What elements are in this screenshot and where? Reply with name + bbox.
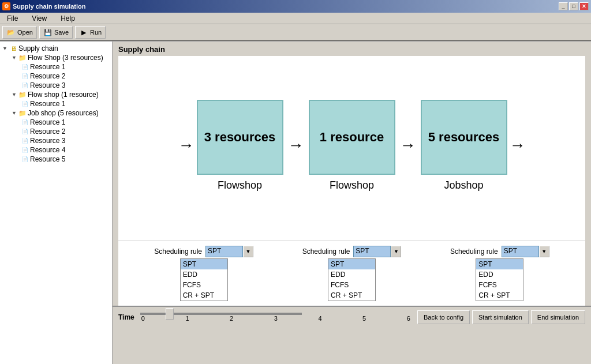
sched-group-2: Scheduling rule SPT ▼ SPT EDD FCFS CR + … [450,246,549,301]
menu-view[interactable]: View [27,13,51,24]
sidebar-item-label: Resource 1 [30,63,65,71]
sidebar-item-g2-r1[interactable]: 📄 Resource 2 [0,127,112,136]
sched-opt-fcfs-0[interactable]: FCFS [181,280,227,290]
expand-icon: ▼ [2,46,8,51]
folder-icon: 📁 [18,91,27,99]
arrow-1: → [283,136,309,155]
file-icon: 📄 [21,137,29,145]
shop-0[interactable]: 3 resources Flowshop [197,100,283,192]
sched-dropdown-1[interactable]: SPT ▼ [353,246,401,257]
sched-arrow-1[interactable]: ▼ [391,246,401,257]
shop-2-box: 5 resources [421,100,507,175]
sidebar-item-g2-r4[interactable]: 📄 Resource 5 [0,155,112,164]
window-title: Supply chain simulation [13,3,86,10]
sched-opt-crspt-1[interactable]: CR + SPT [328,290,375,301]
sched-group-1: Scheduling rule SPT ▼ SPT EDD FCFS CR + … [302,246,402,301]
maximize-button[interactable]: □ [569,2,578,10]
sched-arrow-2[interactable]: ▼ [539,246,549,257]
save-button[interactable]: 💾 Save [39,26,73,39]
sched-dropdown-2[interactable]: SPT ▼ [502,246,549,257]
file-icon: 📄 [21,155,29,163]
app-icon: ⚙ [2,2,10,10]
sched-options-1: SPT EDD FCFS CR + SPT [328,258,376,301]
folder-icon: 📁 [18,109,27,117]
diagram-area: → 3 resources Flowshop → 1 resource [118,56,585,241]
save-icon: 💾 [43,28,53,37]
sched-options-2: SPT EDD FCFS CR + SPT [476,258,523,301]
sidebar-item-label: Resource 4 [30,146,65,154]
time-label: Time [118,313,134,321]
expand-icon: ▼ [12,55,17,61]
menu-bar: File View Help [0,13,591,24]
sched-opt-edd-0[interactable]: EDD [181,269,227,280]
bottom-bar: Time 0 1 2 3 4 5 6 Back to config Start … [113,306,591,328]
sidebar-item-g2-r2[interactable]: 📄 Resource 3 [0,136,112,145]
sidebar-item-g0-r0[interactable]: 📄 Resource 1 [0,62,112,72]
minimize-button[interactable]: _ [559,2,568,10]
sched-opt-fcfs-1[interactable]: FCFS [328,280,375,290]
sidebar-item-label: Resource 5 [30,155,65,163]
main-container: ▼ 🖥 Supply chain ▼ 📁 Flow Shop (3 resour… [0,42,591,364]
file-icon: 📄 [21,81,29,89]
sched-label-1: Scheduling rule [302,247,350,256]
shop-1[interactable]: 1 resource Flowshop [309,100,395,192]
sched-value-1[interactable]: SPT [353,246,391,257]
close-button[interactable]: ✕ [579,2,589,10]
sidebar-group-0[interactable]: ▼ 📁 Flow Shop (3 resources) [0,53,112,62]
sched-opt-spt-2[interactable]: SPT [476,259,523,269]
sidebar-item-label: Resource 3 [30,81,65,89]
sidebar-item-g1-r0[interactable]: 📄 Resource 1 [0,99,112,108]
menu-help[interactable]: Help [56,13,80,24]
menu-file[interactable]: File [2,13,23,24]
shop-2[interactable]: 5 resources Jobshop [421,100,507,192]
sched-value-2[interactable]: SPT [502,246,539,257]
folder-icon: 🖥 [9,44,17,52]
sidebar-item-label: Resource 2 [30,127,65,136]
sidebar-group-2[interactable]: ▼ 📁 Job shop (5 resources) [0,108,112,118]
expand-icon: ▼ [12,92,17,97]
sidebar-root[interactable]: ▼ 🖥 Supply chain [0,44,112,53]
sidebar-group-2-label: Job shop (5 resources) [28,109,99,117]
sidebar-item-g2-r3[interactable]: 📄 Resource 4 [0,145,112,155]
start-simulation-button[interactable]: Start simulation [472,310,529,324]
sched-opt-edd-2[interactable]: EDD [476,269,523,280]
sched-value-0[interactable]: SPT [205,246,243,257]
sched-group-0: Scheduling rule SPT ▼ SPT EDD FCFS CR + … [154,246,253,301]
sched-opt-edd-1[interactable]: EDD [328,269,375,280]
sidebar-item-g2-r0[interactable]: 📄 Resource 1 [0,118,112,127]
sidebar-group-1[interactable]: ▼ 📁 Flow shop (1 resource) [0,90,112,99]
sched-dropdown-0[interactable]: SPT ▼ [205,246,253,257]
sched-opt-spt-0[interactable]: SPT [181,259,227,269]
end-simulation-button[interactable]: End simulation [531,310,585,324]
sidebar-item-label: Resource 2 [30,72,65,80]
flow-row: → 3 resources Flowshop → 1 resource [178,100,526,192]
run-button[interactable]: ▶ Run [75,26,106,39]
tick-4: 4 [318,315,321,322]
shop-1-label: Flowshop [330,179,374,192]
back-to-config-button[interactable]: Back to config [417,310,470,324]
sidebar-item-label: Resource 1 [30,118,65,126]
sched-label-2: Scheduling rule [450,247,498,256]
tick-0: 0 [141,315,145,322]
folder-icon: 📁 [18,54,27,62]
tick-5: 5 [362,315,366,322]
sched-opt-fcfs-2[interactable]: FCFS [476,280,523,290]
title-bar: ⚙ Supply chain simulation _ □ ✕ [0,0,591,13]
shop-2-label: Jobshop [444,179,483,192]
content-area: Supply chain → 3 resources Flowshop → [113,42,591,364]
sched-opt-crspt-2[interactable]: CR + SPT [476,290,523,301]
toolbar: 📂 Open 💾 Save ▶ Run [0,24,591,42]
bottom-buttons: Back to config Start simulation End simu… [417,310,585,324]
sched-options-0: SPT EDD FCFS CR + SPT [180,258,228,301]
sidebar-item-g0-r1[interactable]: 📄 Resource 2 [0,72,112,81]
run-icon: ▶ [79,28,88,37]
sched-opt-crspt-0[interactable]: CR + SPT [181,290,227,301]
sidebar: ▼ 🖥 Supply chain ▼ 📁 Flow Shop (3 resour… [0,42,113,364]
sidebar-item-g0-r2[interactable]: 📄 Resource 3 [0,81,112,90]
file-icon: 📄 [21,100,29,108]
sched-arrow-0[interactable]: ▼ [243,246,253,257]
sidebar-item-label: Resource 3 [30,137,65,145]
sched-label-0: Scheduling rule [154,247,202,256]
open-button[interactable]: 📂 Open [2,26,37,39]
sched-opt-spt-1[interactable]: SPT [328,259,375,269]
